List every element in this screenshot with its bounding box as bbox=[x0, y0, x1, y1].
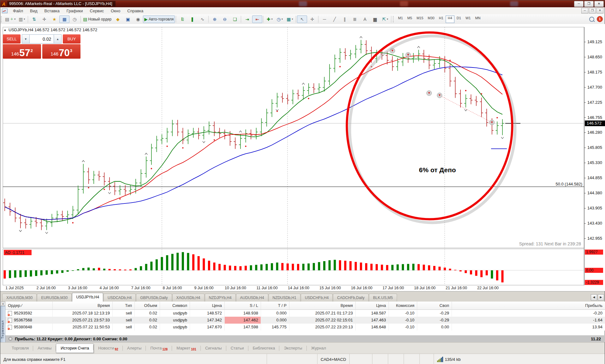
timeframe-w1[interactable]: W1 bbox=[463, 15, 473, 23]
auto-trading-button[interactable]: ▶Авто-торговля bbox=[143, 15, 175, 23]
volume-down-button[interactable]: ▼ bbox=[22, 34, 30, 44]
text-button[interactable]: A bbox=[360, 15, 370, 23]
buy-button[interactable]: BUY bbox=[63, 34, 80, 44]
terminal-tab-библиотека[interactable]: Библиотека bbox=[248, 344, 280, 352]
periods-button[interactable]: ◷▾ bbox=[275, 15, 285, 23]
fibonacci-button[interactable]: ≣ bbox=[350, 15, 360, 23]
timeframe-d1[interactable]: D1 bbox=[454, 15, 463, 23]
table-cell[interactable]: 13.94 bbox=[452, 324, 605, 331]
menu-item-справка[interactable]: Справка bbox=[124, 8, 147, 14]
symbol-tab-xagusdb-h4[interactable]: XAGUSDb,H4 bbox=[172, 294, 205, 302]
mdi-minimize-button[interactable]: ─ bbox=[581, 8, 588, 14]
crosshair-button[interactable]: ✛ bbox=[307, 15, 317, 23]
table-cell[interactable]: -0.20 bbox=[452, 310, 605, 317]
volume-up-button[interactable]: ▲ bbox=[54, 34, 62, 44]
table-cell[interactable]: 95380848 bbox=[5, 324, 53, 331]
arrows-button[interactable]: ⇱▾ bbox=[380, 15, 390, 23]
zoom-out-button[interactable]: ⊖ bbox=[220, 15, 230, 23]
table-cell[interactable]: -0.10 bbox=[389, 310, 417, 317]
table-cell[interactable]: 148.572 bbox=[190, 310, 225, 317]
column-header[interactable]: Объем bbox=[135, 302, 160, 310]
auto-scroll-button[interactable]: ⇥ bbox=[242, 15, 252, 23]
table-cell[interactable]: 2025.07.21 23:57:33 bbox=[53, 317, 113, 324]
timeframe-m30[interactable]: M30 bbox=[425, 15, 436, 23]
column-header[interactable]: S / L bbox=[225, 302, 261, 310]
status-preset[interactable]: CAD4+MACD bbox=[317, 354, 350, 364]
terminal-tab-история-счета[interactable]: История Счета bbox=[56, 343, 94, 353]
terminal-tab-эксперты[interactable]: Эксперты bbox=[279, 344, 306, 352]
menu-item-окно[interactable]: Окно bbox=[107, 8, 124, 14]
symbol-tab-cadchfb-daily[interactable]: CADCHFb,Daily bbox=[333, 294, 369, 302]
bar-chart-button[interactable]: ǁ˩ bbox=[177, 15, 187, 23]
sound-button[interactable]: ◉ bbox=[133, 15, 143, 23]
column-header[interactable]: Тип bbox=[113, 302, 135, 310]
timeframe-mn[interactable]: MN bbox=[473, 15, 483, 23]
column-header[interactable]: Время bbox=[289, 302, 356, 310]
symbol-tab-nzdusdb-h1[interactable]: NZDUSDb,H1 bbox=[269, 294, 300, 302]
price-chart[interactable]: 149.125148.650148.175147.700147.225146.7… bbox=[0, 24, 605, 291]
column-header[interactable]: Время bbox=[53, 302, 113, 310]
volume-input[interactable]: 0.02 bbox=[30, 34, 54, 44]
symbol-tab-usdchfb-h4[interactable]: USDCHFb,H4 bbox=[301, 294, 333, 302]
menu-item-сервис[interactable]: Сервис bbox=[86, 8, 108, 14]
tabs-scroll-right-button[interactable]: ▶ bbox=[598, 294, 604, 301]
table-cell[interactable]: 95293592 bbox=[5, 310, 53, 317]
table-cell[interactable]: -0.29 bbox=[417, 310, 452, 317]
line-chart-button[interactable]: ∿ bbox=[197, 15, 207, 23]
navigator-button[interactable]: ★ bbox=[49, 15, 59, 23]
table-cell[interactable]: sell bbox=[113, 317, 135, 324]
table-cell[interactable]: 2025.07.22 02:15:01 bbox=[289, 317, 356, 324]
zoom-in-button[interactable]: ⊕ bbox=[210, 15, 220, 23]
table-cell[interactable]: -0.29 bbox=[417, 317, 452, 324]
column-header[interactable]: Цена bbox=[356, 302, 389, 310]
terminal-tab-почта[interactable]: Почта128 bbox=[146, 344, 172, 352]
terminal-tab-журнал[interactable]: Журнал bbox=[307, 344, 330, 352]
symbol-tab-blk-us-m5[interactable]: BLK.US,M5 bbox=[369, 294, 397, 302]
column-header[interactable]: Своп bbox=[417, 302, 452, 310]
symbol-tab-xauusdb-m30[interactable]: XAUUSDb,M30 bbox=[2, 294, 37, 302]
terminal-tab-маркет[interactable]: Маркет101 bbox=[172, 344, 201, 352]
symbol-tab-usdjpyb-h4[interactable]: USDJPYb,H4 bbox=[72, 293, 103, 302]
table-cell[interactable]: 146.648 bbox=[356, 324, 389, 331]
terminal-tab-активы[interactable]: Активы bbox=[33, 344, 56, 352]
sell-price[interactable]: 146572 bbox=[3, 44, 41, 59]
strategy-tester-button[interactable]: ◷ bbox=[69, 15, 80, 23]
table-cell[interactable]: 0.000 bbox=[261, 317, 289, 324]
trendline-button[interactable]: ╱ bbox=[329, 15, 340, 23]
chart-shift-button[interactable]: ⇤ bbox=[252, 15, 262, 23]
search-icon[interactable] bbox=[589, 17, 594, 22]
terminal-button[interactable]: ▦ bbox=[59, 15, 69, 23]
new-order-button[interactable]: ▤Новый ордер bbox=[82, 15, 113, 23]
shapes-button[interactable]: ▆ bbox=[370, 15, 380, 23]
maximize-button[interactable]: ❐ bbox=[584, 1, 594, 7]
symbol-tab-nzdjpyb-h4[interactable]: NZDJPYb,H4 bbox=[205, 294, 236, 302]
tabs-scroll-left-button[interactable]: ◀ bbox=[591, 294, 597, 301]
timeframe-h1[interactable]: H1 bbox=[437, 15, 446, 23]
timeframe-m1[interactable]: M1 bbox=[396, 15, 405, 23]
tile-windows-button[interactable]: ❏ bbox=[230, 15, 240, 23]
timeframe-m5[interactable]: M5 bbox=[405, 15, 414, 23]
new-chart-button[interactable]: ▤＋▾ bbox=[4, 15, 17, 23]
timeframe-h4[interactable]: H4 bbox=[446, 15, 454, 23]
minimize-button[interactable]: ─ bbox=[574, 1, 584, 7]
table-cell[interactable]: -1.64 bbox=[452, 317, 605, 324]
table-cell[interactable]: 2025.07.18 12:13:19 bbox=[53, 310, 113, 317]
table-cell[interactable]: sell bbox=[113, 310, 135, 317]
menu-item-вставка[interactable]: Вставка bbox=[41, 8, 63, 14]
column-header[interactable]: Цена bbox=[190, 302, 225, 310]
terminal-tab-торговля[interactable]: Торговля bbox=[7, 344, 33, 352]
terminal-tab-новости[interactable]: Новости92 bbox=[94, 344, 122, 352]
sell-button[interactable]: SELL bbox=[3, 34, 21, 44]
table-cell[interactable]: 148.938 bbox=[225, 310, 261, 317]
table-cell[interactable]: usdjpyb bbox=[160, 317, 190, 324]
column-header[interactable]: Символ bbox=[160, 302, 190, 310]
column-header[interactable]: Ордер ∕ bbox=[5, 302, 53, 310]
table-cell[interactable]: -0.10 bbox=[389, 317, 417, 324]
table-cell[interactable]: 148.587 bbox=[356, 310, 389, 317]
terminal-tab-статьи[interactable]: Статьи bbox=[226, 344, 248, 352]
mdi-restore-button[interactable]: ❐ bbox=[589, 8, 596, 14]
symbol-tab-eurusdb-m30[interactable]: EURUSDb,M30 bbox=[37, 294, 72, 302]
cursor-button[interactable]: ↖ bbox=[297, 15, 307, 23]
column-header[interactable]: Прибыль bbox=[452, 302, 605, 310]
table-cell[interactable]: 2025.07.21 01:17:23 bbox=[289, 310, 356, 317]
